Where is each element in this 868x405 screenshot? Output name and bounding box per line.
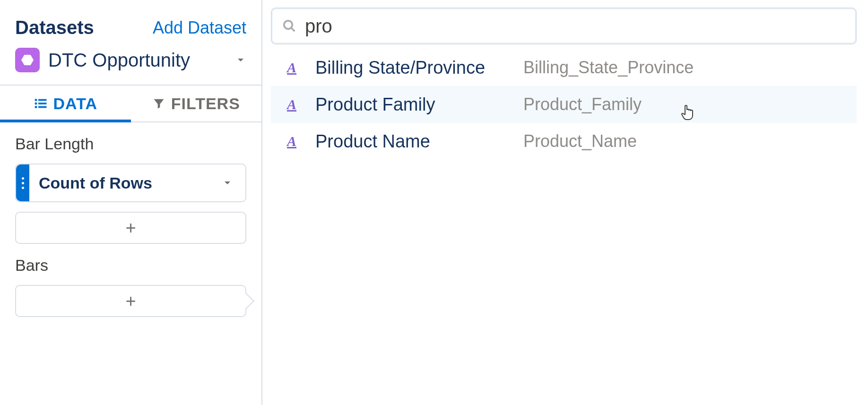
chevron-down-icon xyxy=(235,54,246,66)
dataset-selector[interactable]: DTC Opportunity xyxy=(0,42,261,86)
plus-icon: + xyxy=(125,218,136,238)
builder-sidebar: Datasets Add Dataset DTC Opportunity DAT… xyxy=(0,0,262,405)
app-root: Datasets Add Dataset DTC Opportunity DAT… xyxy=(0,0,868,405)
field-result[interactable]: A Product Name Product_Name xyxy=(271,123,857,160)
field-result[interactable]: A Product Family Product_Family xyxy=(271,86,857,123)
dataset-name: DTC Opportunity xyxy=(48,50,235,71)
datasets-title: Datasets xyxy=(15,17,94,38)
filter-icon xyxy=(152,97,165,110)
dimension-icon: A xyxy=(282,133,301,149)
field-label: Product Family xyxy=(315,95,523,115)
svg-point-0 xyxy=(35,99,37,101)
field-api: Billing_State_Province xyxy=(523,58,694,78)
field-api: Product_Name xyxy=(523,131,637,151)
bars-title: Bars xyxy=(15,256,246,275)
svg-point-2 xyxy=(35,103,37,105)
svg-point-6 xyxy=(284,21,293,29)
sidebar-tabs: DATA FILTERS xyxy=(0,86,261,122)
field-label: Product Name xyxy=(315,131,523,152)
add-bar-length-button[interactable]: + xyxy=(15,212,246,244)
datasets-header: Datasets Add Dataset xyxy=(0,0,261,42)
bar-length-value: Count of Rows xyxy=(29,174,222,192)
svg-rect-3 xyxy=(38,103,47,104)
field-picker-panel: A Billing State/Province Billing_State_P… xyxy=(262,0,868,405)
tab-filters-label: FILTERS xyxy=(171,95,240,113)
drag-handle-icon[interactable] xyxy=(16,164,29,201)
field-search-input[interactable] xyxy=(305,16,845,37)
tab-data[interactable]: DATA xyxy=(0,86,131,121)
svg-point-4 xyxy=(35,106,37,108)
bars-section: Bars + xyxy=(0,244,261,317)
dataset-icon xyxy=(15,48,40,72)
chevron-down-icon xyxy=(222,177,233,189)
popover-notch xyxy=(238,293,254,309)
bar-length-section: Bar Length Count of Rows + xyxy=(0,122,261,244)
field-search[interactable] xyxy=(271,8,857,44)
search-icon xyxy=(282,19,296,33)
field-api: Product_Family xyxy=(523,95,642,114)
list-icon xyxy=(34,96,48,111)
svg-line-7 xyxy=(291,28,295,32)
svg-rect-1 xyxy=(38,99,47,101)
dimension-icon: A xyxy=(282,96,301,112)
field-result[interactable]: A Billing State/Province Billing_State_P… xyxy=(271,49,857,86)
add-dataset-link[interactable]: Add Dataset xyxy=(153,18,246,38)
tab-data-label: DATA xyxy=(53,95,97,113)
plus-icon: + xyxy=(125,291,136,311)
dimension-icon: A xyxy=(282,60,301,76)
svg-rect-5 xyxy=(38,106,47,108)
field-results: A Billing State/Province Billing_State_P… xyxy=(271,49,857,160)
bar-length-measure[interactable]: Count of Rows xyxy=(15,164,246,202)
add-bars-button[interactable]: + xyxy=(15,285,246,317)
field-label: Billing State/Province xyxy=(315,58,523,78)
bar-length-title: Bar Length xyxy=(15,135,246,153)
tab-filters[interactable]: FILTERS xyxy=(131,86,262,121)
